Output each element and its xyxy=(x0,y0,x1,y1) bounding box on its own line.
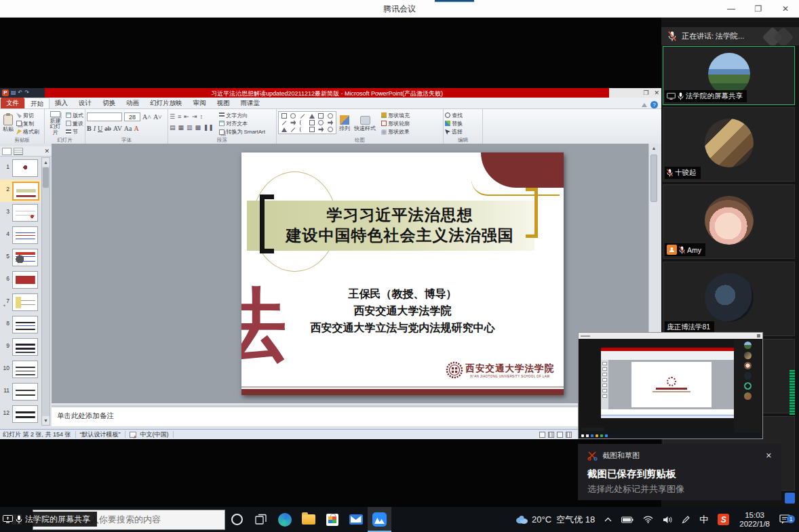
quick-access-toolbar[interactable]: P ▤ ↶ ↷ xyxy=(0,88,45,98)
slide-thumbnail-row[interactable]: 5 xyxy=(0,247,41,269)
indent-more-icon[interactable]: ⇥ xyxy=(192,113,197,120)
replace-button[interactable]: 替换 xyxy=(445,120,481,127)
striped-scrollbar[interactable] xyxy=(790,370,795,415)
slides-tab-icon[interactable] xyxy=(2,148,12,155)
shapes-gallery[interactable] xyxy=(278,111,336,134)
restore-icon[interactable]: ❐ xyxy=(745,0,772,18)
align-left-icon[interactable]: ▤ xyxy=(170,124,176,131)
slide-thumbnail-row-selected[interactable]: 2 xyxy=(0,180,41,202)
redo-icon[interactable]: ↷ xyxy=(24,89,29,96)
align-right-icon[interactable]: ▥ xyxy=(187,124,193,131)
save-icon[interactable]: ▤ xyxy=(11,89,16,96)
shape-fill-button[interactable]: 形状填充 xyxy=(381,112,410,119)
cortana-button[interactable] xyxy=(225,507,249,532)
tab-rain-classroom[interactable]: 雨课堂 xyxy=(235,98,266,108)
slide-thumbnail-row[interactable]: 10 xyxy=(0,359,41,381)
slide-sorter-icon[interactable] xyxy=(548,432,554,438)
file-explorer-button[interactable] xyxy=(296,507,320,532)
character-spacing-icon[interactable]: AV xyxy=(113,125,122,132)
task-view-button[interactable] xyxy=(249,507,273,532)
slideshow-view-icon[interactable] xyxy=(557,432,563,438)
copy-button[interactable]: 复制 xyxy=(16,120,39,127)
participant-tile[interactable]: Amy xyxy=(663,184,795,259)
tab-design[interactable]: 设计 xyxy=(73,98,97,108)
participant-tile[interactable]: 庞正博法学81 xyxy=(663,262,795,336)
numbering-icon[interactable]: ≡ xyxy=(178,113,181,120)
scrollbar-thumb[interactable] xyxy=(43,167,49,188)
format-painter-button[interactable]: 格式刷 xyxy=(16,128,39,136)
slide-thumbnail-row[interactable]: 8 xyxy=(0,314,41,336)
font-color-icon[interactable]: A xyxy=(134,125,139,132)
slide-thumbnail-row[interactable]: 12 xyxy=(0,403,41,426)
collapsed-toolbar-tab[interactable] xyxy=(435,0,474,2)
indent-less-icon[interactable]: ⇤ xyxy=(184,113,189,120)
section-button[interactable]: 节 xyxy=(66,128,83,136)
notes-pane[interactable]: 单击此处添加备注 xyxy=(52,405,658,426)
tray-overflow-icon[interactable] xyxy=(785,493,795,504)
new-slide-button[interactable]: 新建幻灯片 xyxy=(46,111,64,136)
shrink-font-icon[interactable]: A˅ xyxy=(153,113,162,121)
underline-button[interactable]: U xyxy=(98,125,102,132)
zoom-control-icon[interactable] xyxy=(566,432,572,438)
volume-indicator[interactable] xyxy=(658,516,677,524)
minimize-ribbon-icon[interactable] xyxy=(642,103,647,107)
close-icon[interactable]: ✕ xyxy=(772,0,799,18)
undo-icon[interactable]: ↶ xyxy=(18,89,23,96)
bullets-icon[interactable]: ☰ xyxy=(170,113,175,120)
close-panel-icon[interactable]: ✕ xyxy=(44,148,50,155)
normal-view-icon[interactable] xyxy=(539,432,545,438)
justify-icon[interactable]: ▩ xyxy=(195,124,201,131)
tab-review[interactable]: 审阅 xyxy=(188,98,212,108)
find-button[interactable]: 查找 xyxy=(445,112,481,119)
tab-insert[interactable]: 插入 xyxy=(50,98,73,108)
shape-effects-button[interactable]: 形状效果 xyxy=(381,128,410,136)
reset-button[interactable]: 重设 xyxy=(66,120,83,127)
spellcheck-icon[interactable] xyxy=(130,432,136,438)
language-indicator[interactable]: 中文(中国) xyxy=(140,430,169,439)
screen-share-pill[interactable]: 法学院的屏幕共享 xyxy=(0,512,97,527)
font-name-box[interactable] xyxy=(87,112,122,121)
store-button[interactable] xyxy=(320,507,344,532)
mail-button[interactable] xyxy=(344,507,368,532)
screenshot-notification[interactable]: 截图和草图 ✕ 截图已保存到剪贴板 选择此处标记并共享图像 xyxy=(578,444,781,500)
edge-button[interactable] xyxy=(273,507,296,532)
weather-widget[interactable]: 20°C 空气优 18 xyxy=(510,514,600,526)
grow-font-icon[interactable]: A˄ xyxy=(142,113,151,121)
cut-button[interactable]: 剪切 xyxy=(16,112,39,119)
italic-button[interactable]: I xyxy=(94,125,96,132)
notification-close-icon[interactable]: ✕ xyxy=(766,451,772,460)
slide-thumbnail-row[interactable]: 1 xyxy=(0,157,41,180)
text-direction-button[interactable]: 文字方向 xyxy=(219,112,265,119)
tab-animations[interactable]: 动画 xyxy=(121,98,144,108)
preview-close-icon[interactable] xyxy=(757,334,760,337)
tab-transitions[interactable]: 切换 xyxy=(97,98,121,108)
tab-slideshow[interactable]: 幻灯片放映 xyxy=(144,98,188,108)
ime-indicator[interactable]: 中 xyxy=(695,514,713,526)
pen-settings[interactable] xyxy=(677,516,695,524)
select-button[interactable]: 选择 xyxy=(445,128,481,136)
columns-icon[interactable]: ❚❚ xyxy=(203,124,214,131)
strikethrough-button[interactable]: ab xyxy=(104,125,111,132)
battery-indicator[interactable] xyxy=(617,516,638,523)
ppt-restore-icon[interactable]: ❐ xyxy=(643,89,648,96)
slide[interactable]: 法 学习习近平法治思想 建设中国特色社会主义法治强国 王保民（教授、博导） 西安… xyxy=(241,152,564,395)
shape-outline-button[interactable]: 形状轮廓 xyxy=(381,120,410,127)
ppt-close-icon[interactable]: ✕ xyxy=(654,89,659,96)
slide-thumbnail-row[interactable]: 4 xyxy=(0,224,41,247)
bold-button[interactable]: B xyxy=(87,125,92,132)
scroll-down-icon[interactable]: ▼ xyxy=(42,416,50,425)
help-icon[interactable] xyxy=(650,101,658,108)
line-spacing-icon[interactable]: ↕ xyxy=(199,113,203,120)
scrollbar-thumb[interactable] xyxy=(650,155,657,202)
change-case-icon[interactable]: Aa xyxy=(124,125,132,132)
quick-styles-button[interactable]: 快速样式 xyxy=(353,111,377,136)
layout-button[interactable]: 版式 xyxy=(66,112,83,119)
wifi-indicator[interactable] xyxy=(638,516,658,523)
tab-file[interactable]: 文件 xyxy=(1,98,24,108)
action-center-button[interactable]: 1 xyxy=(775,514,799,525)
paste-button[interactable]: 粘贴 xyxy=(1,111,15,136)
taskbar-clock[interactable]: 15:03 2022/1/8 xyxy=(734,511,775,529)
slide-thumbnail-row[interactable]: 3 xyxy=(0,202,41,224)
participant-tile[interactable]: 十骏起 xyxy=(663,107,795,182)
slide-thumbnail-row[interactable]: 7 xyxy=(0,291,41,314)
